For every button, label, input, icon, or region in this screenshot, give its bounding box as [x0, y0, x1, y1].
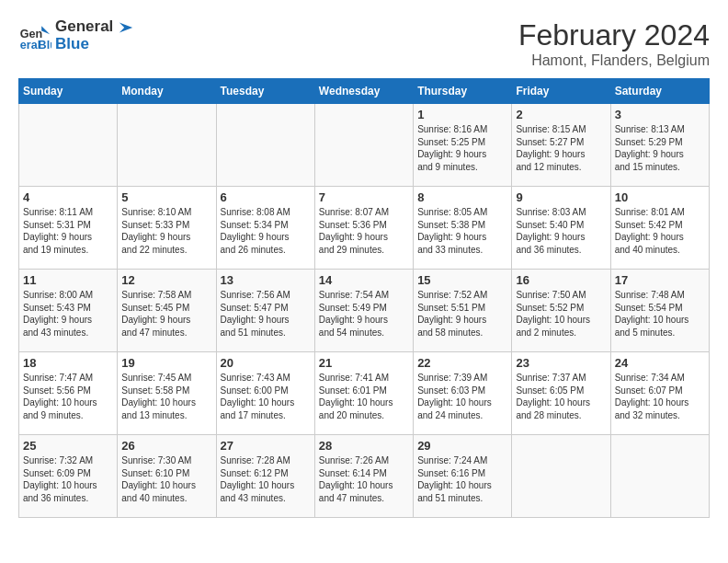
day-cell: 2Sunrise: 8:15 AM Sunset: 5:27 PM Daylig… [512, 104, 610, 187]
day-info: Sunrise: 8:15 AM Sunset: 5:27 PM Dayligh… [516, 123, 606, 173]
day-cell: 20Sunrise: 7:43 AM Sunset: 6:00 PM Dayli… [216, 352, 314, 435]
day-cell: 28Sunrise: 7:26 AM Sunset: 6:14 PM Dayli… [314, 435, 413, 518]
day-number: 23 [516, 356, 606, 370]
weekday-tuesday: Tuesday [216, 79, 314, 104]
day-number: 29 [417, 439, 507, 453]
logo-arrow-icon [118, 19, 134, 36]
day-info: Sunrise: 8:03 AM Sunset: 5:40 PM Dayligh… [516, 206, 606, 256]
week-row-1: 1Sunrise: 8:16 AM Sunset: 5:25 PM Daylig… [19, 104, 710, 187]
weekday-sunday: Sunday [19, 79, 118, 104]
day-number: 13 [221, 273, 311, 287]
day-cell: 12Sunrise: 7:58 AM Sunset: 5:45 PM Dayli… [118, 270, 216, 352]
day-info: Sunrise: 7:50 AM Sunset: 5:52 PM Dayligh… [516, 289, 606, 339]
day-number: 10 [615, 190, 705, 204]
day-info: Sunrise: 7:41 AM Sunset: 6:01 PM Dayligh… [319, 372, 409, 421]
day-info: Sunrise: 7:24 AM Sunset: 6:16 PM Dayligh… [417, 454, 507, 504]
logo-blue: Blue [55, 36, 134, 53]
day-cell: 24Sunrise: 7:34 AM Sunset: 6:07 PM Dayli… [610, 352, 709, 435]
calendar-body: 1Sunrise: 8:16 AM Sunset: 5:25 PM Daylig… [19, 104, 710, 518]
day-number: 4 [23, 190, 113, 204]
day-cell: 23Sunrise: 7:37 AM Sunset: 6:05 PM Dayli… [512, 352, 610, 435]
day-number: 20 [221, 356, 311, 370]
day-cell: 1Sunrise: 8:16 AM Sunset: 5:25 PM Daylig… [414, 104, 512, 187]
page-header: Gen eral Blue General Blue February 2024… [18, 18, 710, 69]
day-number: 12 [121, 273, 211, 287]
day-info: Sunrise: 7:28 AM Sunset: 6:12 PM Dayligh… [221, 454, 311, 504]
week-row-3: 11Sunrise: 8:00 AM Sunset: 5:43 PM Dayli… [19, 270, 710, 352]
day-number: 24 [615, 356, 705, 370]
day-info: Sunrise: 7:47 AM Sunset: 5:56 PM Dayligh… [23, 372, 113, 421]
day-number: 17 [615, 273, 705, 287]
day-info: Sunrise: 8:16 AM Sunset: 5:25 PM Dayligh… [417, 123, 507, 173]
location-subtitle: Hamont, Flanders, Belgium [518, 52, 710, 69]
day-info: Sunrise: 7:56 AM Sunset: 5:47 PM Dayligh… [221, 289, 311, 339]
day-info: Sunrise: 7:26 AM Sunset: 6:14 PM Dayligh… [319, 454, 409, 504]
day-cell: 8Sunrise: 8:05 AM Sunset: 5:38 PM Daylig… [414, 187, 512, 270]
day-info: Sunrise: 7:54 AM Sunset: 5:49 PM Dayligh… [319, 289, 409, 339]
day-cell: 15Sunrise: 7:52 AM Sunset: 5:51 PM Dayli… [414, 270, 512, 352]
svg-marker-4 [119, 22, 132, 32]
day-cell: 27Sunrise: 7:28 AM Sunset: 6:12 PM Dayli… [216, 435, 314, 518]
day-number: 22 [417, 356, 507, 370]
day-cell: 3Sunrise: 8:13 AM Sunset: 5:29 PM Daylig… [610, 104, 709, 187]
day-cell [314, 104, 413, 187]
logo-general: General [55, 17, 113, 35]
day-cell [216, 104, 314, 187]
day-info: Sunrise: 8:01 AM Sunset: 5:42 PM Dayligh… [615, 206, 705, 256]
day-info: Sunrise: 7:43 AM Sunset: 6:00 PM Dayligh… [221, 372, 311, 421]
day-cell: 25Sunrise: 7:32 AM Sunset: 6:09 PM Dayli… [19, 435, 118, 518]
day-cell: 26Sunrise: 7:30 AM Sunset: 6:10 PM Dayli… [118, 435, 216, 518]
day-number: 14 [319, 273, 409, 287]
day-number: 6 [221, 190, 311, 204]
week-row-4: 18Sunrise: 7:47 AM Sunset: 5:56 PM Dayli… [19, 352, 710, 435]
day-info: Sunrise: 8:13 AM Sunset: 5:29 PM Dayligh… [615, 123, 705, 173]
weekday-saturday: Saturday [610, 79, 709, 104]
day-cell: 29Sunrise: 7:24 AM Sunset: 6:16 PM Dayli… [414, 435, 512, 518]
day-number: 8 [417, 190, 507, 204]
day-number: 26 [121, 439, 211, 453]
day-cell [512, 435, 610, 518]
weekday-monday: Monday [118, 79, 216, 104]
day-info: Sunrise: 8:08 AM Sunset: 5:34 PM Dayligh… [221, 206, 311, 256]
day-cell [118, 104, 216, 187]
day-cell: 5Sunrise: 8:10 AM Sunset: 5:33 PM Daylig… [118, 187, 216, 270]
day-info: Sunrise: 7:34 AM Sunset: 6:07 PM Dayligh… [615, 372, 705, 421]
week-row-2: 4Sunrise: 8:11 AM Sunset: 5:31 PM Daylig… [19, 187, 710, 270]
day-info: Sunrise: 7:58 AM Sunset: 5:45 PM Dayligh… [121, 289, 211, 339]
day-number: 3 [615, 108, 705, 121]
day-number: 1 [417, 108, 507, 121]
day-cell: 17Sunrise: 7:48 AM Sunset: 5:54 PM Dayli… [610, 270, 709, 352]
day-info: Sunrise: 7:39 AM Sunset: 6:03 PM Dayligh… [417, 372, 507, 421]
day-info: Sunrise: 7:45 AM Sunset: 5:58 PM Dayligh… [121, 372, 211, 421]
day-info: Sunrise: 7:48 AM Sunset: 5:54 PM Dayligh… [615, 289, 705, 339]
day-number: 16 [516, 273, 606, 287]
day-number: 9 [516, 190, 606, 204]
day-info: Sunrise: 8:11 AM Sunset: 5:31 PM Dayligh… [23, 206, 113, 256]
day-info: Sunrise: 8:05 AM Sunset: 5:38 PM Dayligh… [417, 206, 507, 256]
day-cell: 21Sunrise: 7:41 AM Sunset: 6:01 PM Dayli… [314, 352, 413, 435]
day-cell: 7Sunrise: 8:07 AM Sunset: 5:36 PM Daylig… [314, 187, 413, 270]
logo-icon: Gen eral Blue [18, 19, 51, 52]
day-cell [610, 435, 709, 518]
day-cell: 14Sunrise: 7:54 AM Sunset: 5:49 PM Dayli… [314, 270, 413, 352]
day-number: 27 [221, 439, 311, 453]
week-row-5: 25Sunrise: 7:32 AM Sunset: 6:09 PM Dayli… [19, 435, 710, 518]
day-cell: 16Sunrise: 7:50 AM Sunset: 5:52 PM Dayli… [512, 270, 610, 352]
day-info: Sunrise: 8:07 AM Sunset: 5:36 PM Dayligh… [319, 206, 409, 256]
day-info: Sunrise: 8:10 AM Sunset: 5:33 PM Dayligh… [121, 206, 211, 256]
day-cell: 13Sunrise: 7:56 AM Sunset: 5:47 PM Dayli… [216, 270, 314, 352]
day-cell: 22Sunrise: 7:39 AM Sunset: 6:03 PM Dayli… [414, 352, 512, 435]
calendar-table: SundayMondayTuesdayWednesdayThursdayFrid… [18, 78, 710, 518]
day-number: 21 [319, 356, 409, 370]
weekday-friday: Friday [512, 79, 610, 104]
day-number: 2 [516, 108, 606, 121]
day-number: 5 [121, 190, 211, 204]
weekday-header-row: SundayMondayTuesdayWednesdayThursdayFrid… [19, 79, 710, 104]
day-info: Sunrise: 7:37 AM Sunset: 6:05 PM Dayligh… [516, 372, 606, 421]
day-cell: 11Sunrise: 8:00 AM Sunset: 5:43 PM Dayli… [19, 270, 118, 352]
svg-text:Blue: Blue [39, 39, 51, 52]
weekday-thursday: Thursday [414, 79, 512, 104]
logo: Gen eral Blue General Blue [18, 18, 134, 52]
day-cell: 9Sunrise: 8:03 AM Sunset: 5:40 PM Daylig… [512, 187, 610, 270]
day-number: 28 [319, 439, 409, 453]
